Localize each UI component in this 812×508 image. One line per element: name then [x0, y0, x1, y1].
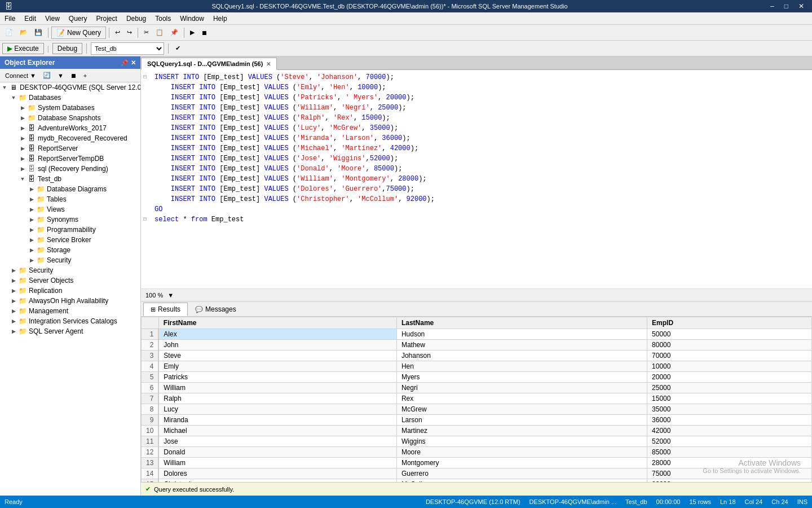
tree-expander-adventureworks[interactable]: ▶	[18, 124, 27, 133]
table-cell-13-0[interactable]: 14	[142, 468, 159, 479]
table-cell-4-2[interactable]: Myers	[396, 372, 647, 383]
table-cell-10-2[interactable]: Wiggins	[396, 436, 647, 447]
tree-expander-alwayson[interactable]: ▶	[9, 296, 18, 305]
table-cell-13-2[interactable]: Guerrero	[396, 468, 647, 479]
tree-expander-views[interactable]: ▶	[27, 205, 36, 214]
result-tab-messages[interactable]: 💬Messages	[188, 303, 244, 316]
tree-item-sql_recovery[interactable]: ▶🗄sql (Recovery Pending)	[0, 164, 140, 174]
tree-item-storage[interactable]: ▶📁Storage	[0, 245, 140, 255]
col-header-2[interactable]: LastName	[396, 317, 647, 329]
code-line-13[interactable]: INSERT INTO [Emp_test] VALUES ('Christop…	[141, 194, 812, 204]
code-line-10[interactable]: INSERT INTO [Emp_test] VALUES ('Donald',…	[141, 164, 812, 174]
tree-expander-management[interactable]: ▶	[9, 306, 18, 316]
line-content-4[interactable]: INSERT INTO [Emp_test] VALUES ('William'…	[155, 103, 810, 113]
code-editor[interactable]: ⊟INSERT INTO [Emp_test] VALUES ('Steve',…	[141, 70, 812, 289]
table-cell-8-0[interactable]: 9	[142, 415, 159, 426]
debug-button[interactable]: Debug	[52, 43, 82, 54]
table-cell-12-0[interactable]: 13	[142, 458, 159, 468]
menu-item-help[interactable]: Help	[209, 14, 232, 24]
tree-item-adventureworks[interactable]: ▶🗄AdventureWorks_2017	[0, 123, 140, 133]
oe-pin-button[interactable]: 📌	[121, 59, 129, 67]
line-content-5[interactable]: INSERT INTO [Emp_test] VALUES ('Ralph', …	[155, 113, 810, 123]
tree-expander-system_dbs[interactable]: ▶	[18, 103, 27, 112]
table-row[interactable]: 10MichaelMartinez42000	[142, 426, 812, 436]
table-cell-6-2[interactable]: Rex	[396, 393, 647, 404]
table-row[interactable]: 2JohnMathew80000	[142, 340, 812, 351]
zoom-dropdown-icon[interactable]: ▼	[167, 292, 174, 299]
menu-item-edit[interactable]: Edit	[20, 14, 41, 24]
table-cell-5-3[interactable]: 25000	[647, 383, 812, 393]
tree-expander-replication[interactable]: ▶	[9, 286, 18, 295]
code-line-9[interactable]: INSERT INTO [Emp_test] VALUES ('Jose', '…	[141, 154, 812, 164]
oe-stop-button[interactable]: ⏹	[68, 71, 80, 81]
tree-expander-db_diagrams[interactable]: ▶	[27, 185, 36, 194]
tree-item-replication[interactable]: ▶📁Replication	[0, 286, 140, 296]
save-button[interactable]: 💾	[32, 27, 45, 38]
line-content-13[interactable]: INSERT INTO [Emp_test] VALUES ('Christop…	[155, 194, 810, 204]
tree-expander-db_snapshots[interactable]: ▶	[18, 113, 27, 122]
tree-item-alwayson[interactable]: ▶📁AlwaysOn High Availability	[0, 296, 140, 306]
table-cell-2-2[interactable]: Johanson	[396, 351, 647, 361]
tree-item-db_diagrams[interactable]: ▶📁Database Diagrams	[0, 184, 140, 194]
query-tab[interactable]: SQLQuery1.sql - D...QGVME\admin (56) ✕	[141, 58, 277, 70]
tree-expander-mydb[interactable]: ▶	[18, 134, 27, 143]
tree-item-security[interactable]: ▶📁Security	[0, 265, 140, 275]
code-line-8[interactable]: INSERT INTO [Emp_test] VALUES ('Michael'…	[141, 143, 812, 154]
table-cell-3-1[interactable]: Emly	[158, 361, 396, 372]
table-row[interactable]: 4EmlyHen10000	[142, 361, 812, 372]
minimize-button[interactable]: –	[767, 2, 778, 10]
tree-expander-server[interactable]: ▼	[0, 83, 9, 92]
col-header-1[interactable]: FirstName	[158, 317, 396, 329]
table-row[interactable]: 12DonaldMoore85000	[142, 447, 812, 458]
code-line-12[interactable]: INSERT INTO [Emp_test] VALUES ('Dolores'…	[141, 184, 812, 194]
tree-expander-integration_services[interactable]: ▶	[9, 317, 18, 326]
table-cell-8-1[interactable]: Miranda	[158, 415, 396, 426]
code-line-3[interactable]: INSERT INTO [Emp_test] VALUES ('Patricks…	[141, 93, 812, 103]
line-content-16[interactable]: select * from Emp_test	[155, 214, 810, 225]
col-header-3[interactable]: EmpID	[647, 317, 812, 329]
table-cell-7-0[interactable]: 8	[142, 404, 159, 415]
table-row[interactable]: 8LucyMcGrew35000	[142, 404, 812, 415]
tree-expander-databases[interactable]: ▼	[9, 93, 18, 102]
table-cell-11-1[interactable]: Donald	[158, 447, 396, 458]
stop-button[interactable]: ⏹	[198, 28, 210, 38]
tree-expander-storage[interactable]: ▶	[27, 246, 36, 255]
table-cell-1-2[interactable]: Mathew	[396, 340, 647, 351]
copy-button[interactable]: 📋	[153, 27, 166, 38]
maximize-button[interactable]: □	[781, 2, 792, 10]
oe-refresh-button[interactable]: 🔄	[40, 70, 54, 81]
tree-expander-server_objects[interactable]: ▶	[9, 276, 18, 285]
line-content-8[interactable]: INSERT INTO [Emp_test] VALUES ('Michael'…	[155, 143, 810, 154]
code-line-16[interactable]: ⊟select * from Emp_test	[141, 214, 812, 225]
table-cell-6-0[interactable]: 7	[142, 393, 159, 404]
table-cell-2-3[interactable]: 70000	[647, 351, 812, 361]
table-cell-0-2[interactable]: Hudson	[396, 329, 647, 340]
close-button[interactable]: ✕	[795, 2, 807, 10]
tree-item-system_dbs[interactable]: ▶📁System Databases	[0, 103, 140, 113]
line-content-12[interactable]: INSERT INTO [Emp_test] VALUES ('Dolores'…	[155, 184, 810, 194]
code-line-2[interactable]: INSERT INTO [Emp_test] VALUES ('Emly', '…	[141, 82, 812, 93]
code-line-1[interactable]: ⊟INSERT INTO [Emp_test] VALUES ('Steve',…	[141, 72, 812, 82]
result-tab-results[interactable]: ⊞Results	[143, 303, 188, 316]
table-cell-12-2[interactable]: Montgomery	[396, 458, 647, 468]
table-cell-2-0[interactable]: 3	[142, 351, 159, 361]
code-line-6[interactable]: INSERT INTO [Emp_test] VALUES ('Lucy', '…	[141, 123, 812, 133]
menu-item-tools[interactable]: Tools	[151, 14, 175, 24]
line-content-14[interactable]: GO	[155, 204, 810, 214]
oe-new-button[interactable]: +	[81, 71, 90, 81]
table-cell-10-0[interactable]: 11	[142, 436, 159, 447]
table-cell-1-1[interactable]: John	[158, 340, 396, 351]
table-cell-11-2[interactable]: Moore	[396, 447, 647, 458]
menu-item-query[interactable]: Query	[64, 14, 92, 24]
table-cell-10-1[interactable]: Jose	[158, 436, 396, 447]
table-cell-0-3[interactable]: 50000	[647, 329, 812, 340]
window-controls[interactable]: – □ ✕	[767, 2, 807, 10]
table-row[interactable]: 6WilliamNegri25000	[142, 383, 812, 393]
table-cell-4-1[interactable]: Patricks	[158, 372, 396, 383]
table-cell-6-3[interactable]: 15000	[647, 393, 812, 404]
table-cell-6-1[interactable]: Ralph	[158, 393, 396, 404]
tree-item-databases[interactable]: ▼📁Databases	[0, 93, 140, 103]
tree-item-reportservertempdb[interactable]: ▶🗄ReportServerTempDB	[0, 154, 140, 164]
table-row[interactable]: 11JoseWiggins52000	[142, 436, 812, 447]
table-cell-12-1[interactable]: William	[158, 458, 396, 468]
